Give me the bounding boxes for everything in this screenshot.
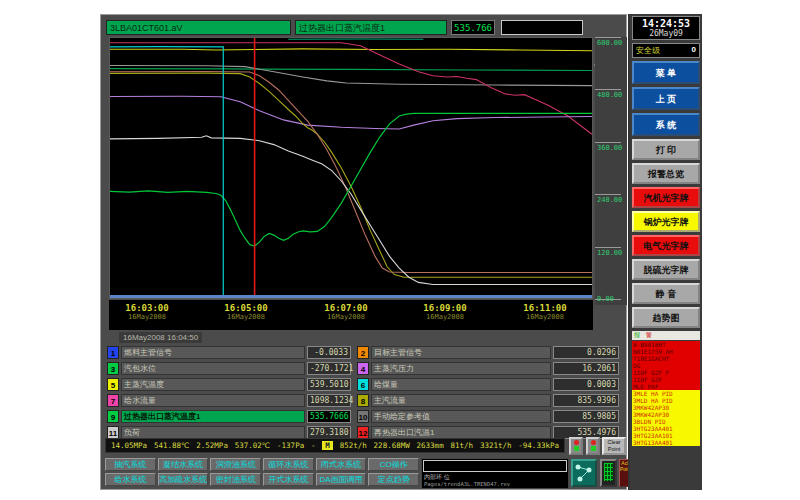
alarm-header-right: 警 [646, 332, 652, 338]
channel-label: 目标主管信号 [371, 346, 551, 359]
point-tag-field[interactable]: 3LBA01CT601.aV [106, 20, 291, 35]
page-up-button[interactable]: 上 页 [632, 87, 700, 110]
clock-date: 26May09 [633, 29, 699, 38]
menu-closed-water[interactable]: 闭式水系统 [316, 458, 367, 471]
channel-label: 燃料主管信号 [121, 346, 305, 359]
alarm-header-left: 报 [634, 332, 640, 338]
boiler-annunciator-button[interactable]: 锅炉光字牌 [632, 211, 700, 232]
alarm-item[interactable]: 3MLE_HA_PID [632, 390, 700, 397]
channel-value: 535.7666 [307, 410, 351, 423]
desulfur-annunciator-button[interactable]: 脱硫光字牌 [632, 259, 700, 280]
trend-series-main-steam-pressure [110, 96, 592, 129]
time-tick: 16:07:0016May2008 [306, 303, 386, 321]
security-level-label: 安全级 [636, 45, 660, 56]
time-axis-strip: 16:03:0016May2008 16:05:0016May2008 16:0… [109, 300, 593, 330]
alarm-item[interactable]: 3MKW42AP30 [632, 404, 700, 411]
menu-point-trend[interactable]: 定点趋势 [368, 473, 419, 486]
channel-label: 手动给定参考值 [371, 410, 551, 423]
trend-series-main-steam-flow [110, 73, 592, 277]
system-clock: 14:24:53 26May09 [632, 16, 700, 40]
alarm-item[interactable]: 1IDF_GZF [632, 376, 700, 383]
status-value: 541.88℃ [154, 441, 190, 450]
legend-row-7[interactable]: 7给水流量1098.1234 [107, 394, 351, 407]
channel-value: -270.1721 [307, 362, 351, 375]
menu-feedwater[interactable]: 给水系统 [105, 473, 156, 486]
electrical-annunciator-button[interactable]: 电气光字牌 [632, 235, 700, 256]
print-button[interactable]: 打 印 [632, 139, 700, 160]
trend-run-indicator-button[interactable] [569, 437, 583, 455]
channel-label: 过热器出口蒸汽温度1 [121, 410, 305, 423]
legend-row-8[interactable]: 8主汽流量835.9396 [357, 394, 619, 407]
channel-label: 汽包水位 [121, 362, 305, 375]
turbine-annunciator-button[interactable]: 汽机光字牌 [632, 187, 700, 208]
menu-extraction-steam[interactable]: 抽汽系统 [105, 458, 156, 471]
alarm-item[interactable]: T18E1GACHT [632, 355, 700, 362]
alarm-overview-button[interactable]: 报警总览 [632, 163, 700, 184]
alarm-item[interactable]: 3HTG13AA401 [632, 439, 700, 446]
status-value: 537.02℃ [235, 441, 271, 450]
menu-condensate[interactable]: 凝结水系统 [158, 458, 209, 471]
menu-circ-water[interactable]: 循环水系统 [263, 458, 314, 471]
trend-series-sh-outlet-steam-temp1 [110, 69, 592, 71]
alarm-item[interactable]: DG [632, 362, 700, 369]
trend-window: 3LBA01CT601.aV 过热器出口蒸汽温度1 535.766 600.00… [100, 14, 627, 490]
alarm-item[interactable]: N01E17S9.AH [632, 348, 700, 355]
mute-button[interactable]: 静 音 [632, 283, 700, 304]
menu-button[interactable]: 菜 单 [632, 61, 700, 84]
menu-display-call[interactable]: DA画面调用 [316, 473, 367, 486]
menu-co-operation[interactable]: CO操作 [368, 458, 419, 471]
message-line-1: 内部环 位 [422, 473, 568, 481]
grid-view-button[interactable] [600, 459, 617, 487]
channel-value: 16.2061 [553, 362, 619, 375]
alarm-item[interactable]: 3BLDN_PID [632, 418, 700, 425]
legend-row-10[interactable]: 10手动给定参考值85.9805 [357, 410, 619, 423]
trend-plot-svg [110, 38, 592, 298]
legend-row-3[interactable]: 3汽包水位-270.1721 [107, 362, 351, 375]
alarm-item[interactable]: 1IDF_GZF_F [632, 369, 700, 376]
tag-search-input[interactable] [504, 21, 580, 34]
time-axis-bar[interactable] [110, 295, 592, 298]
alarm-item[interactable]: 3MLD_HA_PID [632, 397, 700, 404]
time-tick: 16:11:0016May2008 [505, 303, 585, 321]
channel-color-chip: 1 [107, 346, 119, 359]
scale-tick [595, 194, 621, 195]
legend-row-6[interactable]: 6给煤量0.0003 [357, 378, 619, 391]
status-value: 3321t/h [480, 441, 512, 450]
link-icon-button[interactable] [571, 459, 597, 487]
channel-value: 85.9805 [553, 410, 619, 423]
legend-row-1[interactable]: 1燃料主管信号-0.0033 [107, 346, 351, 359]
channel-label: 主蒸汽压力 [371, 362, 551, 375]
alarm-item[interactable]: B-B901BHT [632, 341, 700, 348]
scale-tick [595, 247, 621, 248]
command-input[interactable] [423, 460, 567, 472]
legend-row-2[interactable]: 2目标主管信号0.0296 [357, 346, 619, 359]
trend-series-secondary-flow [110, 72, 592, 273]
scale-tick [595, 89, 621, 90]
channel-color-chip: 3 [107, 362, 119, 375]
alarm-item[interactable]: 3HTG23AA401 [632, 425, 700, 432]
point-description-field[interactable]: 过热器出口蒸汽温度1 [295, 20, 447, 35]
status-value: -94.33kPa [518, 441, 559, 450]
menu-seal-oil[interactable]: 密封油系统 [210, 473, 261, 486]
trend-plot[interactable] [109, 37, 593, 299]
trend-chart-button[interactable]: 趋势图 [632, 307, 700, 328]
legend-row-4[interactable]: 4主蒸汽压力16.2061 [357, 362, 619, 375]
system-button[interactable]: 系 统 [632, 113, 700, 136]
alarm-item[interactable]: 3MKW42AP30 [632, 411, 700, 418]
status-value: 2.52MPa [196, 441, 228, 450]
clear-point-button[interactable]: Clear Point [602, 437, 626, 455]
channel-value: 539.5010 [307, 378, 351, 391]
scale-label: 120.00 [597, 249, 622, 257]
trend-stop-indicator-button[interactable] [586, 437, 600, 455]
clock-time: 14:24:53 [633, 18, 699, 29]
menu-lube-oil[interactable]: 润滑油系统 [210, 458, 261, 471]
menu-hp-heater-drain[interactable]: 高加疏水系统 [158, 473, 209, 486]
alarm-item[interactable]: 3HTG23AA101 [632, 432, 700, 439]
tag-search-box[interactable] [501, 20, 583, 35]
menu-open-water[interactable]: 开式水系统 [263, 473, 314, 486]
legend-row-5[interactable]: 5主蒸汽温度539.5010 [107, 378, 351, 391]
trend-series-feedwater-flow [110, 43, 592, 135]
molecule-icon [573, 461, 595, 485]
alarm-item[interactable]: MLE_PAF [632, 383, 700, 390]
legend-row-9-selected[interactable]: 9过热器出口蒸汽温度1535.7666 [107, 410, 351, 423]
